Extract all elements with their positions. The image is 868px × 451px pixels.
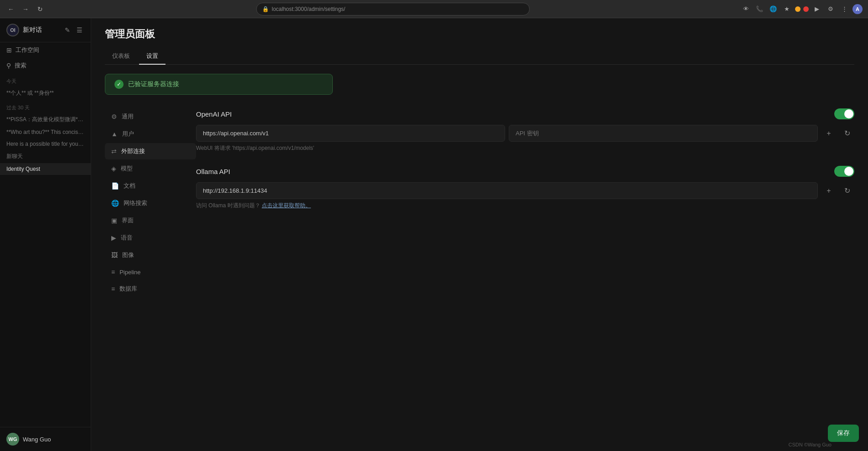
search-icon: ⚲ xyxy=(6,62,11,69)
settings-nav-websearch[interactable]: 🌐 网络搜索 xyxy=(105,195,196,211)
save-button[interactable]: 保存 xyxy=(828,425,859,442)
models-label: 模型 xyxy=(121,164,133,173)
chat-item-1[interactable]: **PiSSA：高效量化模型微调** PiSS xyxy=(0,113,91,126)
chat-item-2[interactable]: **Who art thou?** This concise phre xyxy=(0,126,91,138)
sidebar-item-workspace[interactable]: ⊞ 工作空间 xyxy=(0,42,91,58)
red-indicator xyxy=(803,6,809,12)
logo-text: OI xyxy=(10,27,16,33)
tabs: 仪表板 设置 xyxy=(105,48,854,65)
pipeline-icon: ≡ xyxy=(111,268,115,276)
users-label: 用户 xyxy=(122,130,134,138)
section-today: 今天 xyxy=(0,73,91,87)
toast-message: 已验证服务器连接 xyxy=(128,80,179,88)
ollama-api-title: Ollama API xyxy=(196,168,230,175)
settings-main: OpenAI API + ↻ xyxy=(196,108,854,298)
documents-icon: 📄 xyxy=(111,182,119,190)
ollama-add-button[interactable]: + xyxy=(822,184,836,198)
settings-nav-images[interactable]: 🖼 图像 xyxy=(105,247,196,263)
sidebar-footer: WG Wang Guo xyxy=(0,427,91,451)
openai-api-header: OpenAI API xyxy=(196,108,854,119)
sidebar-header: OI 新对话 ✎ ☰ xyxy=(0,18,91,42)
tab-dashboard[interactable]: 仪表板 xyxy=(105,48,137,65)
settings-content: ✓ 已验证服务器连接 ⚙ 通用 ▲ 用户 ⇄ xyxy=(91,65,868,451)
forward-button[interactable]: → xyxy=(20,4,31,15)
ollama-url-input[interactable] xyxy=(196,182,818,199)
extension-icon-1[interactable]: 👁 xyxy=(740,4,751,15)
settings-nav-models[interactable]: ◈ 模型 xyxy=(105,160,196,177)
toggle-track-openai xyxy=(834,108,854,119)
tab-settings[interactable]: 设置 xyxy=(139,48,165,65)
openai-refresh-button[interactable]: ↻ xyxy=(840,126,854,141)
address-bar[interactable]: 🔒 localhost:3000/admin/settings/ xyxy=(256,3,530,15)
ollama-hint-link[interactable]: 点击这里获取帮助。 xyxy=(262,202,311,209)
audio-label: 语音 xyxy=(121,234,133,242)
back-button[interactable]: ← xyxy=(5,4,16,15)
browser-actions: 👁 📞 🌐 ★ ▶ ⚙ ⋮ A xyxy=(740,4,863,15)
browser-bar: ← → ↻ 🔒 localhost:3000/admin/settings/ 👁… xyxy=(0,0,868,18)
settings-nav-general[interactable]: ⚙ 通用 xyxy=(105,108,196,125)
avatar-text: WG xyxy=(9,436,17,442)
workspace-icon: ⊞ xyxy=(6,46,12,54)
ollama-input-row: + ↻ xyxy=(196,182,854,199)
user-avatar: WG xyxy=(6,433,19,446)
edit-icon[interactable]: ✎ xyxy=(63,26,72,35)
workspace-label: 工作空间 xyxy=(16,46,39,54)
sidebar-item-search[interactable]: ⚲ 搜索 xyxy=(0,58,91,73)
general-icon: ⚙ xyxy=(111,113,117,120)
openai-api-toggle[interactable] xyxy=(834,108,854,119)
ollama-api-toggle[interactable] xyxy=(834,166,854,177)
settings-nav-users[interactable]: ▲ 用户 xyxy=(105,126,196,142)
chat-item-today-1[interactable]: **个人** 或 **身份** xyxy=(0,87,91,100)
main-content: 管理员面板 仪表板 设置 ✓ 已验证服务器连接 ⚙ 通用 xyxy=(91,18,868,451)
ollama-hint-prefix: 访问 Ollama 时遇到问题？ xyxy=(196,202,260,209)
settings-nav-interface[interactable]: ▣ 界面 xyxy=(105,212,196,229)
general-label: 通用 xyxy=(122,113,134,121)
images-icon: 🖼 xyxy=(111,251,118,259)
pipeline-label: Pipeline xyxy=(119,269,140,276)
chat-item-3[interactable]: Here is a possible title for your quer xyxy=(0,138,91,150)
browser-avatar[interactable]: A xyxy=(852,4,863,14)
openai-api-title: OpenAI API xyxy=(196,110,232,118)
openai-api-section: OpenAI API + ↻ xyxy=(196,108,854,152)
puzzle-icon[interactable]: ⚙ xyxy=(825,4,836,15)
connections-icon: ⇄ xyxy=(111,148,117,155)
connections-label: 外部连接 xyxy=(121,147,145,155)
menu-icon[interactable]: ☰ xyxy=(75,26,84,35)
chat-item-4[interactable]: 新聊天 xyxy=(0,150,91,163)
admin-header: 管理员面板 仪表板 设置 xyxy=(91,18,868,65)
websearch-label: 网络搜索 xyxy=(124,199,147,207)
settings-nav-connections[interactable]: ⇄ 外部连接 xyxy=(105,143,196,159)
settings-nav-pipeline[interactable]: ≡ Pipeline xyxy=(105,264,196,280)
check-symbol: ✓ xyxy=(117,81,121,87)
ollama-api-section: Ollama API + ↻ xyxy=(196,166,854,210)
sidebar-header-icons: ✎ ☰ xyxy=(63,26,84,35)
settings-nav-audio[interactable]: ▶ 语音 xyxy=(105,230,196,246)
extension-icon-4[interactable]: ▶ xyxy=(811,4,822,15)
toast-success: ✓ 已验证服务器连接 xyxy=(105,74,333,95)
openai-url-input[interactable] xyxy=(196,125,505,142)
openai-add-button[interactable]: + xyxy=(822,126,836,141)
extension-icon-2[interactable]: 📞 xyxy=(754,4,765,15)
app-container: OI 新对话 ✎ ☰ ⊞ 工作空间 ⚲ 搜索 今天 **个人** 或 **身份*… xyxy=(0,18,868,451)
openai-api-hint: WebUI 将请求 'https://api.openai.com/v1/mod… xyxy=(196,144,854,152)
interface-icon: ▣ xyxy=(111,217,117,224)
settings-nav-documents[interactable]: 📄 文档 xyxy=(105,178,196,194)
chat-item-identity-quest[interactable]: Identity Quest xyxy=(0,163,91,175)
ollama-refresh-button[interactable]: ↻ xyxy=(840,184,854,198)
settings-nav-database[interactable]: ≡ 数据库 xyxy=(105,281,196,297)
ollama-api-hint: 访问 Ollama 时遇到问题？ 点击这里获取帮助。 xyxy=(196,202,854,210)
images-label: 图像 xyxy=(122,251,134,259)
settings-layout: ⚙ 通用 ▲ 用户 ⇄ 外部连接 ◈ 模型 xyxy=(105,108,854,298)
openai-input-row: + ↻ xyxy=(196,125,854,142)
menu-dots-icon[interactable]: ⋮ xyxy=(839,4,850,15)
new-chat-label: 新对话 xyxy=(23,26,59,34)
bookmark-icon[interactable]: ★ xyxy=(781,4,792,15)
reload-button[interactable]: ↻ xyxy=(35,4,46,15)
extension-icon-3[interactable]: 🌐 xyxy=(768,4,779,15)
check-icon: ✓ xyxy=(114,80,124,89)
openai-key-input[interactable] xyxy=(509,125,818,142)
section-30days: 过去 30 天 xyxy=(0,100,91,113)
database-label: 数据库 xyxy=(119,285,137,293)
logo: OI xyxy=(6,24,19,36)
interface-label: 界面 xyxy=(122,216,134,225)
